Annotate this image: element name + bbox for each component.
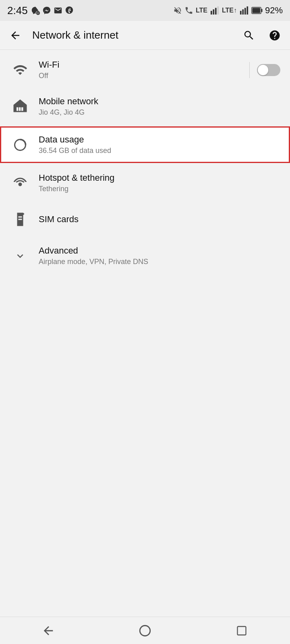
status-icons [31,6,74,15]
advanced-subtitle: Airplane mode, VPN, Private DNS [39,258,280,266]
wifi-toggle-thumb [258,65,268,75]
svg-rect-4 [213,9,214,14]
app-bar-actions [240,27,284,44]
mobile-network-subtitle: Jio 4G, Jio 4G [39,108,280,117]
svg-rect-7 [240,11,242,14]
wifi-toggle[interactable] [257,64,280,76]
status-bar-right: LTE LTE↑ 92% [173,5,283,16]
wifi-icon [10,63,31,77]
settings-item-mobile-network[interactable]: Mobile network Jio 4G, Jio 4G [0,88,290,125]
hotspot-title: Hotspot & tethering [39,173,280,183]
status-bar-left: 2:45 [7,4,74,17]
data-usage-icon [10,138,31,152]
data-usage-subtitle: 36.54 GB of data used [39,147,280,155]
settings-item-hotspot[interactable]: Hotspot & tethering Tethering [0,165,290,201]
advanced-content: Advanced Airplane mode, VPN, Private DNS [39,246,280,266]
svg-point-2 [37,12,39,14]
mobile-network-content: Mobile network Jio 4G, Jio 4G [39,96,280,117]
sim-cards-title: SIM cards [39,214,280,225]
wifi-subtitle: Off [39,72,257,80]
search-button[interactable] [240,27,258,44]
page-title: Network & internet [32,29,232,41]
messenger-icon [42,6,51,15]
signal-bars-icon [210,6,220,15]
data-usage-title: Data usage [39,134,280,145]
sim-cards-icon [10,212,31,227]
hotspot-subtitle: Tethering [39,185,280,193]
wifi-title: Wi-Fi [39,60,257,70]
hotspot-content: Hotspot & tethering Tethering [39,173,280,193]
phone-signal-icon [184,6,193,15]
svg-rect-13 [252,8,260,13]
data-usage-content: Data usage 36.54 GB of data used [39,134,280,155]
app-bar: Network & internet [0,21,290,50]
settings-item-data-usage[interactable]: Data usage 36.54 GB of data used [0,126,290,163]
svg-rect-16 [238,626,246,635]
back-button[interactable] [6,27,24,44]
nav-bar [0,617,290,644]
lte-indicator: LTE [196,7,207,14]
battery-icon [251,6,263,15]
gmail-icon [54,6,62,15]
status-bar: 2:45 [0,0,290,21]
help-button[interactable] [266,27,284,44]
wifi-divider [249,62,250,78]
advanced-title: Advanced [39,246,280,256]
nav-recents-button[interactable] [230,623,254,639]
status-time: 2:45 [7,4,28,17]
wifi-toggle-container [257,64,280,76]
usb-icon [65,6,74,15]
svg-rect-3 [211,11,212,14]
svg-rect-5 [215,8,217,15]
battery-percent: 92% [265,5,283,16]
svg-rect-12 [261,9,263,12]
mobile-network-title: Mobile network [39,96,280,107]
svg-rect-8 [242,9,244,14]
nav-home-button[interactable] [133,623,157,639]
sim-cards-content: SIM cards [39,214,280,225]
settings-list: Wi-Fi Off Mobile network Jio 4G, Jio 4G [0,50,290,276]
settings-item-advanced[interactable]: Advanced Airplane mode, VPN, Private DNS [0,237,290,274]
nav-back-button[interactable] [36,623,60,639]
settings-item-sim-cards[interactable]: SIM cards [0,201,290,237]
hotspot-icon [10,176,31,190]
messenger-dot-icon [31,6,40,15]
lte2-indicator: LTE↑ [222,7,237,14]
mobile-network-icon [10,99,31,114]
svg-rect-6 [217,6,219,14]
mute-icon [173,6,182,15]
settings-item-wifi[interactable]: Wi-Fi Off [0,52,290,88]
wifi-content: Wi-Fi Off [39,60,257,80]
advanced-icon [10,250,31,262]
svg-point-15 [140,625,150,636]
svg-rect-9 [244,8,246,15]
svg-rect-10 [246,6,248,14]
signal-bars2-icon [239,6,249,15]
